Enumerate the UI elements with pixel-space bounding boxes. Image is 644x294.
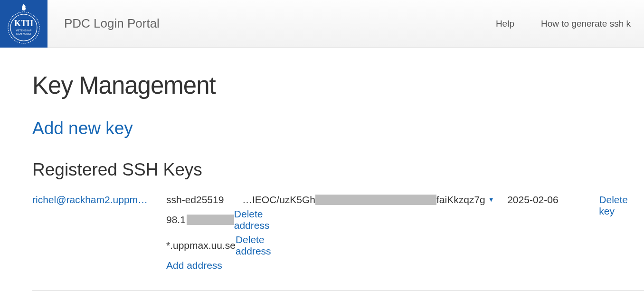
key-type-column: ssh-ed25519 98.1 Delete address *.uppmax… [166, 194, 242, 271]
redacted-fingerprint [315, 195, 436, 205]
kth-logo[interactable]: KTH VETENSKAP OCH KONST [0, 0, 47, 48]
delete-address-link[interactable]: Delete address [236, 234, 271, 257]
logo-text-main: KTH [14, 19, 33, 28]
nav-links: Help How to generate ssh k [483, 0, 644, 47]
fingerprint-prefix: …IEOC/uzK5Gh [242, 194, 315, 206]
add-new-key-link[interactable]: Add new key [32, 118, 644, 138]
nav-howto[interactable]: How to generate ssh k [528, 19, 644, 29]
fingerprint-suffix: faiKkzqz7g [436, 194, 485, 206]
key-user-link[interactable]: richel@rackham2.uppm… [32, 194, 166, 206]
redacted-ip [187, 215, 234, 225]
main-content: Key Management Add new key Registered SS… [0, 48, 644, 294]
logo-text-sub1: VETENSKAP [16, 29, 31, 32]
address-row: *.uppmax.uu.se Delete address [166, 234, 242, 257]
key-fingerprint-cell: …IEOC/uzK5GhfaiKkzqz7g ▼ [242, 194, 507, 206]
key-date: 2025-02-06 [507, 194, 575, 206]
add-address-link[interactable]: Add address [166, 260, 242, 271]
delete-key-link[interactable]: Delete key [575, 194, 644, 217]
registered-keys-title: Registered SSH Keys [32, 160, 644, 180]
app-header: KTH VETENSKAP OCH KONST PDC Login Portal… [0, 0, 644, 48]
ssh-key-row: richel@rackham2.uppm… ssh-ed25519 98.1 D… [32, 194, 644, 291]
logo-text-sub2: OCH KONST [16, 32, 32, 35]
svg-point-0 [22, 7, 26, 10]
delete-address-link[interactable]: Delete address [234, 208, 270, 231]
address-row: 98.1 Delete address [166, 208, 242, 231]
nav-help[interactable]: Help [483, 19, 528, 29]
page-title: Key Management [32, 71, 644, 99]
address-text: 98.1 [166, 214, 234, 225]
expand-fingerprint-icon[interactable]: ▼ [488, 196, 494, 203]
address-block: 98.1 Delete address *.uppmax.uu.se Delet… [166, 208, 242, 271]
address-text: *.uppmax.uu.se [166, 240, 236, 251]
key-type: ssh-ed25519 [166, 194, 242, 206]
app-title: PDC Login Portal [47, 0, 483, 47]
